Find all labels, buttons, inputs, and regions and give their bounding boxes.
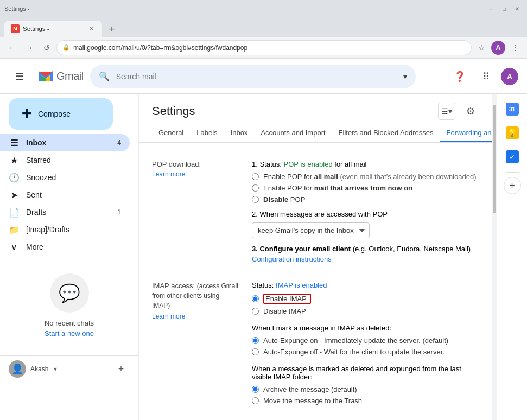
enable-imap-label: Enable IMAP (265, 295, 307, 303)
bookmark-button[interactable]: ☆ (474, 40, 489, 55)
drafts-icon: 📄 (9, 207, 20, 218)
pop-step2-label: 2. When messages are accessed with POP (252, 210, 479, 218)
pop-download-section: POP download: Learn more 1. Status: POP … (152, 151, 479, 272)
close-button[interactable]: ✕ (512, 3, 523, 14)
settings-nav-filters[interactable]: Filters and Blocked Addresses (332, 124, 440, 143)
pop-option2-text: Enable POP for mail that arrives from no… (263, 184, 412, 192)
pop-learn-more-link[interactable]: Learn more (152, 170, 239, 178)
imap-status-enabled: IMAP is enabled (276, 281, 327, 289)
help-button[interactable]: ❓ (449, 66, 471, 87)
browser-menu-button[interactable]: ⋮ (507, 40, 523, 55)
sidebar-imap-drafts-label: [Imap]/Drafts (26, 225, 121, 234)
imap-radio-auto-off[interactable] (252, 348, 259, 355)
search-input[interactable] (116, 72, 397, 81)
profile-avatar[interactable]: A (491, 41, 505, 55)
sidebar-starred-label: Starred (26, 156, 121, 164)
active-tab[interactable]: M Settings - ✕ (4, 21, 102, 37)
new-tab-button[interactable]: + (104, 22, 119, 37)
keep-icon-button[interactable]: 💡 (501, 122, 523, 144)
density-button[interactable]: ☰▾ (438, 103, 455, 120)
sidebar-add-button[interactable]: + (112, 360, 130, 378)
restore-button[interactable]: □ (499, 3, 510, 14)
imap-radio-move-trash[interactable] (252, 397, 259, 404)
tab-close-button[interactable]: ✕ (87, 24, 96, 33)
hamburger-menu[interactable]: ☰ (9, 66, 30, 87)
imap-expunged-label: When a message is marked as deleted and … (252, 365, 479, 381)
minimize-button[interactable]: ─ (486, 3, 497, 14)
calendar-icon-button[interactable]: 31 (501, 98, 523, 120)
settings-nav-accounts[interactable]: Accounts and Import (254, 124, 332, 143)
sidebar-user-avatar[interactable]: 👤 (9, 360, 26, 378)
sidebar-inbox-label: Inbox (26, 138, 117, 147)
pop-status-line: 1. Status: POP is enabled for all mail (252, 160, 479, 168)
search-bar: 🔍 ▾ (90, 65, 416, 88)
sidebar-item-sent[interactable]: ➤ Sent (0, 186, 130, 203)
inbox-count: 4 (117, 139, 121, 147)
settings-nav-inbox[interactable]: Inbox (224, 124, 255, 143)
pop-step2: 2. When messages are accessed with POP k… (252, 210, 479, 238)
pop-option-disable: Disable POP (252, 195, 479, 203)
imap-deleted-section: When I mark a message in IMAP as deleted… (252, 324, 479, 356)
settings-gear-button[interactable]: ⚙ (462, 103, 479, 120)
config-instructions-link[interactable]: Configuration instructions (252, 255, 479, 263)
settings-nav-labels[interactable]: Labels (190, 124, 224, 143)
sidebar-item-snoozed[interactable]: 🕐 Snoozed (0, 169, 130, 186)
drafts-count: 1 (117, 208, 121, 216)
sidebar-item-more[interactable]: ∨ More (0, 238, 130, 256)
pop-radio-from-now[interactable] (252, 184, 259, 192)
sidebar-item-starred[interactable]: ★ Starred (0, 151, 130, 169)
chat-start-new-link[interactable]: Start a new one (45, 329, 94, 338)
pop-radio-disable[interactable] (252, 196, 259, 203)
sidebar-user-label: Akash (30, 365, 48, 373)
scrollbar-thumb[interactable] (493, 105, 496, 213)
pop-option1-text: Enable POP for all mail (even mail that'… (263, 173, 477, 181)
pop-from-now-bold: mail that arrives from now on (314, 184, 412, 192)
imap-option-enable: Enable IMAP (252, 294, 479, 304)
right-sidebar: 31 💡 ✓ + (497, 94, 527, 420)
pop-status-prefix: 1. Status: (252, 160, 284, 168)
pop-copy-action-select[interactable]: keep Gmail's copy in the Inbox archive G… (252, 222, 370, 238)
compose-button[interactable]: ✚ Compose (9, 98, 113, 130)
window-controls: ─ □ ✕ (486, 3, 523, 14)
search-dropdown-icon[interactable]: ▾ (403, 72, 407, 81)
right-add-button[interactable]: + (504, 177, 521, 194)
snoozed-icon: 🕐 (9, 172, 20, 183)
sidebar-item-drafts[interactable]: 📄 Drafts 1 (0, 203, 130, 221)
sidebar-item-imap-drafts[interactable]: 📁 [Imap]/Drafts (0, 221, 130, 238)
reload-button[interactable]: ↺ (39, 40, 54, 55)
sidebar-snoozed-label: Snoozed (26, 173, 121, 182)
header-actions: ❓ ⠿ A (449, 66, 518, 87)
forward-button[interactable]: → (22, 40, 37, 55)
sidebar-drafts-label: Drafts (26, 208, 117, 217)
imap-learn-more-link[interactable]: Learn more (152, 313, 239, 320)
imap-radio-disable[interactable] (252, 308, 259, 315)
settings-nav-general[interactable]: General (152, 124, 190, 143)
settings-title: Settings (152, 104, 195, 118)
settings-nav: General Labels Inbox Accounts and Import… (139, 124, 492, 143)
imap-expunged-section: When a message is marked as deleted and … (252, 365, 479, 405)
imap-option-disable: Disable IMAP (252, 307, 479, 315)
settings-header: Settings ☰▾ ⚙ (139, 94, 492, 124)
imap-auto-on: Auto-Expunge on - Immediately update the… (252, 336, 479, 345)
back-button[interactable]: ← (4, 40, 20, 55)
gmail-logo: Gmail (37, 68, 84, 85)
imap-radio-auto-on[interactable] (252, 337, 259, 344)
scrollbar-track[interactable] (492, 94, 497, 420)
address-bar[interactable]: 🔒 mail.google.com/mail/u/0/?tab=rm&ogbl#… (56, 40, 472, 55)
pop-section-body: 1. Status: POP is enabled for all mail E… (252, 160, 479, 263)
address-text: mail.google.com/mail/u/0/?tab=rm&ogbl#se… (73, 44, 466, 52)
sidebar-item-inbox[interactable]: ☰ Inbox 4 (0, 134, 130, 151)
compose-plus-icon: ✚ (22, 107, 31, 121)
imap-radio-enable[interactable] (252, 295, 259, 302)
user-avatar[interactable]: A (501, 68, 518, 85)
settings-nav-forwarding[interactable]: Forwarding and POP/IMAP (440, 124, 492, 143)
apps-button[interactable]: ⠿ (475, 66, 497, 87)
pop-radio-all[interactable] (252, 173, 259, 180)
right-sidebar-divider (506, 172, 519, 173)
pop-option-from-now: Enable POP for mail that arrives from no… (252, 184, 479, 192)
imap-radio-archive[interactable] (252, 386, 259, 393)
chat-bubble-icon: 💬 (50, 273, 89, 313)
pop-option-all-mail: Enable POP for all mail (even mail that'… (252, 173, 479, 181)
tasks-icon-button[interactable]: ✓ (501, 146, 523, 168)
imap-deleted-label: When I mark a message in IMAP as deleted… (252, 324, 479, 332)
